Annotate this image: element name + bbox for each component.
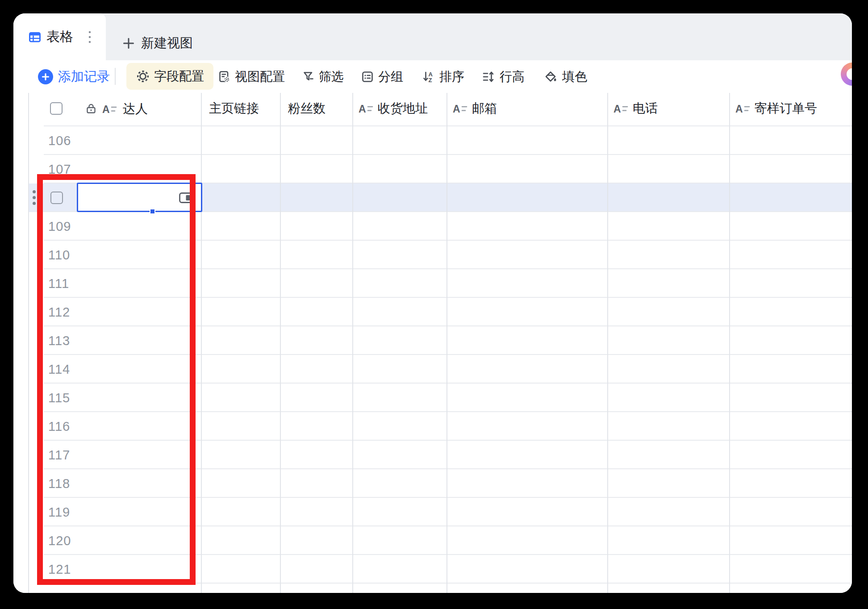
lock-icon (85, 103, 97, 114)
column-divider[interactable] (280, 93, 281, 593)
group-icon (361, 70, 374, 83)
add-record-plus-icon (38, 69, 53, 84)
table-row[interactable]: 114 (28, 355, 852, 384)
app-window: 表格 新建视图 添加记录 (13, 13, 852, 593)
svg-text:Z: Z (429, 76, 432, 83)
row-height-label: 行高 (500, 68, 525, 85)
svg-text:A: A (613, 103, 621, 115)
text-field-icon: A (102, 102, 117, 116)
table-rows: 106107 109110111112113114115116117118119… (28, 124, 852, 593)
plus-icon (122, 37, 135, 50)
column-header[interactable]: 粉丝数 (280, 93, 352, 124)
sort-az-icon: A Z (422, 70, 435, 83)
row-number: 121 (48, 562, 71, 577)
column-header-label: 邮箱 (472, 100, 497, 117)
add-record-label: 添加记录 (58, 68, 110, 86)
table-row[interactable]: 120 (28, 526, 852, 555)
row-number: 119 (48, 505, 70, 520)
row-number: 117 (48, 448, 70, 463)
row-number: 112 (48, 305, 70, 320)
tab-more-menu-icon[interactable] (88, 30, 92, 44)
row-checkbox[interactable] (50, 192, 63, 204)
editing-cell[interactable] (77, 183, 202, 212)
fill-color-button[interactable]: 填色 (544, 60, 587, 93)
fill-color-icon (544, 70, 558, 83)
table-row[interactable]: 117 (28, 441, 852, 469)
select-all-checkbox[interactable] (50, 102, 63, 115)
row-number: 110 (48, 248, 70, 263)
column-divider[interactable] (607, 93, 608, 593)
table-row[interactable]: 111 (28, 269, 852, 298)
text-field-icon: A (358, 102, 373, 115)
column-header[interactable]: A 寄样订单号 (729, 93, 852, 124)
table-row[interactable]: 107 (28, 155, 852, 184)
row-number: 120 (48, 534, 71, 548)
filter-icon (301, 70, 315, 83)
field-config-button[interactable]: 字段配置 (126, 63, 213, 90)
filter-label: 筛选 (319, 68, 344, 85)
data-grid: A 达人 主页链接 粉丝数 A 收货地址 (13, 93, 852, 593)
expand-record-icon[interactable] (179, 192, 193, 204)
column-header[interactable]: 主页链接 (201, 93, 280, 124)
column-divider[interactable] (201, 93, 202, 593)
filter-button[interactable]: 筛选 (301, 60, 344, 93)
column-header[interactable]: A 邮箱 (447, 93, 607, 124)
group-button[interactable]: 分组 (361, 60, 403, 93)
table-row-selected[interactable] (28, 184, 852, 212)
header-row: A 达人 主页链接 粉丝数 A 收货地址 (28, 93, 852, 124)
row-number: 114 (48, 362, 70, 377)
tab-label: 表格 (46, 28, 73, 46)
column-divider[interactable] (352, 93, 353, 593)
row-number: 118 (48, 476, 70, 491)
cell-fill-handle[interactable] (150, 209, 155, 214)
table-row[interactable]: 115 (28, 384, 852, 412)
partial-row-bottom (28, 584, 852, 593)
column-header-label: 收货地址 (378, 100, 428, 117)
row-number: 106 (48, 133, 71, 148)
table-row[interactable]: 109 (28, 212, 852, 241)
toolbar: 添加记录 字段配置 视图配置 (13, 60, 852, 93)
sort-button[interactable]: A Z 排序 (422, 60, 464, 93)
svg-text:A: A (453, 103, 460, 115)
column-divider[interactable] (729, 93, 730, 593)
row-number: 107 (48, 162, 71, 177)
table-row[interactable]: 112 (28, 298, 852, 326)
table-row[interactable]: 118 (28, 469, 852, 498)
field-config-label: 字段配置 (154, 68, 204, 85)
view-config-label: 视图配置 (235, 68, 285, 85)
new-view-label: 新建视图 (141, 34, 193, 52)
table-row[interactable]: 110 (28, 241, 852, 269)
table-row[interactable]: 106 (28, 126, 852, 155)
table-row[interactable]: 113 (28, 326, 852, 355)
view-config-button[interactable]: 视图配置 (217, 60, 285, 93)
sort-label: 排序 (439, 68, 464, 85)
gear-icon (136, 69, 150, 83)
svg-text:A: A (102, 104, 110, 115)
column-header[interactable]: A 电话 (607, 93, 729, 124)
grid-view-icon (28, 30, 42, 44)
svg-text:A: A (735, 103, 743, 115)
view-config-icon (217, 70, 231, 83)
row-number: 111 (48, 276, 69, 291)
text-field-icon: A (452, 102, 467, 115)
column-header-primary[interactable]: A 达人 (28, 93, 201, 124)
column-divider[interactable] (447, 93, 447, 593)
row-drag-handle-icon[interactable] (33, 190, 41, 205)
tab-grid-view[interactable]: 表格 (13, 13, 106, 60)
column-header-label: 主页链接 (209, 100, 259, 117)
column-header-label: 粉丝数 (288, 100, 326, 117)
column-header-label: 达人 (123, 100, 148, 117)
column-header[interactable]: A 收货地址 (352, 93, 447, 124)
add-record-button[interactable]: 添加记录 (38, 60, 110, 93)
row-number: 113 (48, 334, 70, 348)
table-row[interactable]: 119 (28, 498, 852, 526)
table-row[interactable]: 121 (28, 555, 852, 584)
new-view-button[interactable]: 新建视图 (122, 13, 193, 60)
column-header-label: 电话 (633, 100, 658, 117)
row-number: 109 (48, 219, 71, 234)
table-row[interactable]: 116 (28, 412, 852, 441)
text-field-icon: A (613, 102, 628, 115)
svg-text:A: A (359, 103, 366, 115)
grid-left-border (28, 93, 29, 593)
row-height-button[interactable]: 行高 (481, 60, 525, 93)
